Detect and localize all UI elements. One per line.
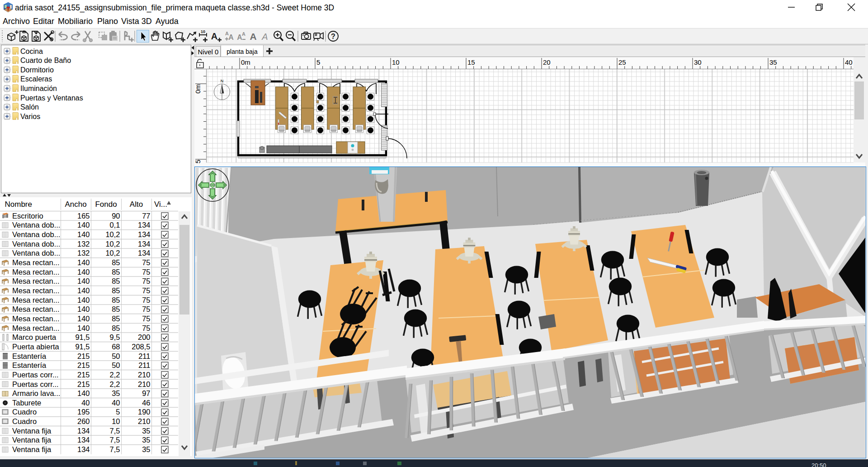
svg-text:50: 50 — [112, 361, 120, 369]
svg-text:Armario lava...: Armario lava... — [12, 389, 60, 397]
svg-text:91,5: 91,5 — [75, 333, 90, 341]
svg-text:Puerta abierta: Puerta abierta — [12, 343, 59, 351]
svg-text:75: 75 — [142, 315, 150, 323]
svg-text:10,2: 10,2 — [105, 230, 120, 238]
svg-text:10: 10 — [392, 58, 400, 66]
svg-text:Estantería: Estantería — [12, 361, 47, 369]
svg-text:A: A — [250, 31, 256, 42]
svg-text:Cocina: Cocina — [20, 48, 43, 55]
svg-text:215: 215 — [77, 380, 90, 388]
svg-text:Dormitorio: Dormitorio — [20, 66, 54, 74]
svg-text:134: 134 — [138, 221, 151, 229]
svg-text:Ventana dob...: Ventana dob... — [12, 240, 60, 248]
svg-text:Puertas corr...: Puertas corr... — [12, 380, 59, 388]
svg-text:Puertas y Ventanas: Puertas y Ventanas — [20, 94, 83, 102]
svg-text:200: 200 — [138, 333, 151, 341]
svg-text:35: 35 — [142, 445, 150, 453]
svg-text:140: 140 — [77, 221, 90, 229]
svg-text:Taburete: Taburete — [12, 399, 41, 407]
svg-text:140: 140 — [77, 296, 90, 304]
svg-text:Iluminación: Iluminación — [20, 85, 57, 92]
svg-text:Escaleras: Escaleras — [20, 75, 52, 83]
svg-text:Marco puerta: Marco puerta — [12, 333, 57, 341]
svg-text:Varios: Varios — [20, 113, 40, 120]
svg-text:210: 210 — [138, 417, 151, 425]
svg-text:134: 134 — [138, 230, 151, 238]
svg-text:15: 15 — [467, 58, 475, 66]
svg-text:210: 210 — [138, 380, 151, 388]
svg-text:140: 140 — [77, 258, 90, 267]
svg-text:Cuadro: Cuadro — [12, 408, 37, 416]
svg-text:10,2: 10,2 — [105, 240, 120, 248]
svg-text:10,2: 10,2 — [105, 249, 120, 257]
svg-text:211: 211 — [138, 352, 150, 360]
svg-text:140: 140 — [77, 286, 90, 295]
svg-text:140: 140 — [77, 324, 90, 332]
svg-text:195: 195 — [77, 408, 90, 416]
svg-text:75: 75 — [142, 324, 150, 332]
svg-text:Estantería: Estantería — [12, 352, 47, 360]
svg-text:Mesa rectan...: Mesa rectan... — [12, 324, 60, 332]
svg-text:25: 25 — [618, 58, 626, 66]
svg-text:0m: 0m — [241, 58, 250, 66]
svg-text:40: 40 — [81, 399, 90, 407]
svg-text:A: A — [211, 31, 217, 41]
svg-text:140: 140 — [77, 315, 90, 323]
svg-text:Alto: Alto — [130, 200, 143, 209]
svg-text:5: 5 — [316, 58, 320, 66]
svg-text:132: 132 — [77, 240, 90, 248]
svg-text:0m: 0m — [194, 84, 202, 94]
svg-text:210: 210 — [138, 371, 151, 379]
svg-text:215: 215 — [77, 361, 90, 369]
svg-text:46: 46 — [142, 399, 150, 407]
svg-text:208,5: 208,5 — [132, 343, 150, 351]
svg-text:165: 165 — [77, 212, 90, 220]
svg-text:215: 215 — [77, 352, 90, 360]
svg-text:40: 40 — [112, 399, 120, 407]
svg-text:85: 85 — [112, 305, 120, 313]
svg-text:75: 75 — [142, 296, 150, 304]
svg-text:85: 85 — [112, 268, 120, 276]
svg-text:85: 85 — [112, 277, 120, 285]
svg-text:75: 75 — [142, 305, 150, 313]
svg-text:35: 35 — [769, 58, 777, 66]
svg-text:134: 134 — [77, 445, 90, 453]
svg-text:N: N — [221, 79, 224, 83]
svg-text:Escritorio: Escritorio — [12, 212, 43, 220]
svg-text:75: 75 — [142, 277, 150, 285]
svg-text:211: 211 — [138, 361, 150, 369]
svg-text:35: 35 — [142, 436, 150, 444]
svg-text:140: 140 — [77, 389, 90, 397]
svg-text:75: 75 — [142, 286, 150, 295]
svg-text:Ventana fija: Ventana fija — [12, 427, 52, 435]
svg-text:75: 75 — [142, 258, 150, 267]
svg-text:35: 35 — [142, 427, 150, 435]
svg-text:Mesa rectan...: Mesa rectan... — [12, 268, 60, 276]
svg-text:A: A — [261, 32, 268, 42]
svg-text:75: 75 — [142, 268, 150, 276]
svg-text:A: A — [242, 31, 245, 37]
svg-text:Mesa rectan...: Mesa rectan... — [12, 296, 60, 304]
svg-text:140: 140 — [77, 230, 90, 238]
svg-text:Cuadro: Cuadro — [12, 417, 37, 425]
svg-text:Nombre: Nombre — [5, 200, 32, 209]
svg-text:85: 85 — [112, 296, 120, 304]
svg-text:97: 97 — [142, 389, 150, 397]
svg-text:35: 35 — [112, 389, 120, 397]
svg-text:?: ? — [331, 33, 335, 40]
svg-text:9,5: 9,5 — [110, 333, 120, 341]
svg-text:132: 132 — [77, 249, 90, 257]
svg-text:10: 10 — [201, 29, 205, 34]
svg-text:Mesa rectan...: Mesa rectan... — [12, 277, 60, 285]
svg-text:5: 5 — [116, 408, 120, 416]
svg-text:90: 90 — [112, 212, 120, 220]
svg-text:190: 190 — [138, 408, 151, 416]
svg-text:Salón: Salón — [20, 103, 39, 111]
svg-text:7,5: 7,5 — [110, 445, 120, 453]
svg-text:Mesa rectan...: Mesa rectan... — [12, 315, 60, 323]
svg-text:7,5: 7,5 — [110, 436, 120, 444]
svg-text:20: 20 — [543, 58, 551, 66]
svg-text:134: 134 — [77, 436, 90, 444]
svg-text:Ventana fija: Ventana fija — [12, 445, 52, 453]
svg-text:134: 134 — [77, 427, 90, 435]
